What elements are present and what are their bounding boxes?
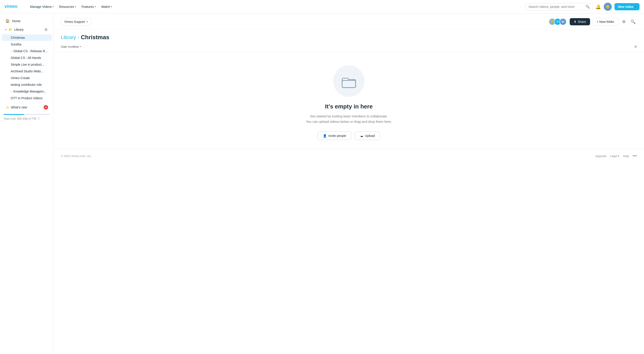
simple-live-label: Simple Live in product... (11, 63, 44, 66)
avatar-count: 20 (560, 18, 566, 25)
storage-value: 308.3GB of 7TB (17, 117, 36, 120)
search-input[interactable] (528, 5, 585, 9)
resources-chevron: ▾ (75, 5, 76, 8)
upgrade-link[interactable]: Upgrade (595, 154, 606, 158)
invite-people-button[interactable]: 👤 Invite people (318, 131, 351, 140)
ott-label: OTT In Product Videos (11, 96, 42, 100)
avatar-stack: 😊 V 20 (549, 18, 566, 25)
sidebar-library-label: Library (14, 28, 24, 31)
new-video-button[interactable]: New video ▾ (614, 3, 640, 10)
header-right: 😊 V 20 ⬆ Share + New folder ⚙ 🔍 (549, 18, 637, 26)
svg-text:+: + (340, 74, 342, 77)
sidebar-item-vimeo-create[interactable]: Vimeo Create (2, 75, 52, 81)
nav-links: Manage Videos ▾ Resources ▾ Features ▾ W… (28, 4, 526, 10)
watch-label: Watch (101, 5, 110, 9)
search-icon: 🔍 (585, 5, 590, 9)
empty-desc-line2: You can upload videos below or drag and … (306, 120, 392, 123)
new-folder-label: + New folder (596, 20, 614, 24)
empty-title: It's empty in here (325, 103, 373, 110)
upload-button[interactable]: ☁ Upload (355, 131, 380, 140)
features-link[interactable]: Features ▾ (79, 4, 98, 10)
notifications-button[interactable]: 🔔 (596, 4, 601, 10)
sidebar-item-christmas[interactable]: Christmas (2, 34, 52, 41)
share-button[interactable]: ⬆ Share (570, 18, 590, 25)
expand-icon-global-cs: › (11, 50, 12, 52)
storage-text: Total Limit (4, 117, 16, 120)
more-options-button[interactable]: ••• (632, 154, 637, 158)
storage-bar-fill (4, 114, 24, 115)
manage-videos-link[interactable]: Manage Videos ▾ (28, 4, 56, 10)
footer-right: Upgrade Legal ▾ Help ••• (595, 154, 637, 158)
breadcrumb-library[interactable]: Library (61, 35, 76, 40)
storage-bar (4, 114, 50, 115)
share-label: Share (578, 20, 586, 24)
sidebar-item-archived-studio[interactable]: Archived Studio Webi... (2, 68, 52, 75)
svg-text:vimeo: vimeo (4, 4, 18, 9)
workspace-selector[interactable]: Vimeo Support ▾ (61, 18, 91, 26)
nav-right: 🔍 🔔 😊 New video ▾ (526, 3, 640, 11)
sidebar-item-sunitha[interactable]: Sunitha (2, 41, 52, 48)
top-navigation: vimeo Manage Videos ▾ Resources ▾ Featur… (0, 0, 644, 14)
storage-bar-wrap (0, 111, 54, 116)
user-avatar[interactable]: 😊 (604, 3, 612, 11)
sidebar-item-global-cs-allhands[interactable]: Global CS - All Hands (2, 54, 52, 61)
invite-label: Invite people (328, 134, 346, 137)
storage-label: Total Limit 308.3GB of 7TB ⓘ (0, 116, 54, 120)
sunitha-label: Sunitha (11, 43, 21, 46)
search-bar[interactable]: 🔍 (526, 3, 593, 10)
sort-order-icon: ↓ (83, 46, 84, 48)
sort-label: Date modified (61, 45, 79, 48)
empty-actions: 👤 Invite people ☁ Upload (318, 131, 380, 140)
empty-state: + + + + It's empty in here Get started b… (54, 52, 644, 149)
home-icon: 🏠 (5, 19, 10, 23)
list-view-button[interactable]: ≡ (634, 44, 637, 49)
empty-desc-line1: Get started by inviting team members to … (310, 114, 388, 118)
global-cs-release-label: Global CS - Release R... (14, 49, 48, 53)
whats-new-badge: 4 (44, 105, 48, 110)
settings-button[interactable]: ⚙ (621, 18, 627, 26)
resources-link[interactable]: Resources ▾ (57, 4, 78, 10)
sidebar-home-label: Home (12, 19, 20, 23)
sidebar-library-header[interactable]: ▾ 📁 Library ⊕ (2, 25, 52, 34)
christmas-label: Christmas (11, 36, 25, 40)
library-folder-icon: 📁 (8, 28, 12, 31)
archived-studio-label: Archived Studio Webi... (11, 69, 43, 73)
search-main-button[interactable]: 🔍 (629, 18, 637, 26)
legal-chevron: ▾ (618, 154, 620, 158)
svg-text:+: + (354, 73, 355, 76)
new-video-label: New video (618, 5, 634, 9)
manage-videos-label: Manage Videos (30, 5, 52, 9)
new-folder-button[interactable]: + New folder (592, 18, 618, 26)
whats-new-row[interactable]: ✨ What's new 4 (2, 103, 52, 111)
empty-folder-svg: + + + + (339, 71, 359, 91)
sidebar-item-simple-live[interactable]: Simple Live in product... (2, 61, 52, 68)
avatar-emoji: 😊 (606, 5, 610, 9)
empty-desc: Get started by inviting team members to … (306, 114, 392, 124)
sidebar-item-testing-contributor[interactable]: testing contributor role (2, 81, 52, 88)
workspace-chevron-icon: ▾ (86, 20, 88, 23)
sidebar-item-global-cs-release[interactable]: › Global CS - Release R... (2, 48, 52, 54)
upload-icon: ☁ (360, 134, 363, 137)
vimeo-create-label: Vimeo Create (11, 76, 30, 80)
features-label: Features (82, 5, 94, 9)
sort-control[interactable]: Date modified ▾ ↓ (61, 45, 84, 48)
main-footer: © 2022 Vimeo.com, Inc. Upgrade Legal ▾ H… (54, 149, 644, 163)
vimeo-logo[interactable]: vimeo (4, 4, 22, 10)
resources-label: Resources (59, 5, 74, 9)
header-left: Vimeo Support ▾ (61, 18, 91, 26)
watch-link[interactable]: Watch ▾ (99, 4, 114, 10)
legal-label: Legal (610, 154, 617, 158)
add-library-button[interactable]: ⊕ (44, 27, 48, 33)
sidebar-item-ott[interactable]: OTT In Product Videos (2, 95, 52, 101)
empty-folder-icon-wrap: + + + + (333, 65, 364, 97)
sidebar-item-home[interactable]: 🏠 Home (2, 17, 52, 25)
manage-videos-chevron: ▾ (52, 5, 54, 8)
help-link[interactable]: Help (623, 154, 629, 158)
breadcrumb: Library › Christmas (54, 29, 644, 43)
testing-contributor-label: testing contributor role (11, 83, 42, 86)
sidebar-item-knowledge-mgmt[interactable]: › Knowledge Managem... (2, 88, 52, 95)
legal-link[interactable]: Legal ▾ (610, 154, 620, 158)
new-video-chevron: ▾ (635, 5, 636, 8)
global-cs-allhands-label: Global CS - All Hands (11, 56, 41, 60)
info-icon: ⓘ (38, 117, 40, 120)
